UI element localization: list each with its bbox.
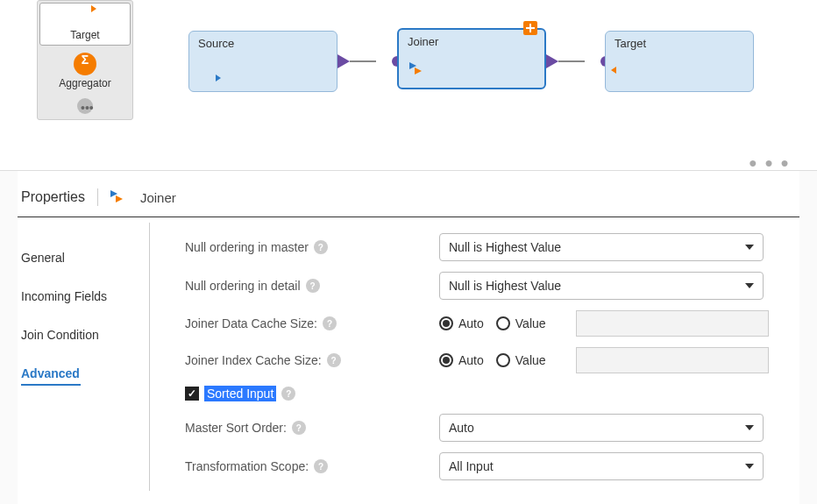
joiner-icon [409, 62, 427, 79]
connector-line [558, 60, 585, 62]
palette-item-label: Aggregator [41, 77, 129, 89]
select-value: All Input [449, 459, 494, 473]
node-label: Joiner [408, 35, 438, 48]
null-master-label: Null ordering in master [185, 240, 309, 254]
tab-incoming-fields[interactable]: Incoming Fields [21, 277, 149, 316]
node-label: Target [615, 37, 646, 50]
radio-checked-icon [439, 353, 453, 367]
target-icon [75, 9, 95, 27]
radio-label: Auto [458, 353, 484, 367]
properties-panel: Properties Joiner General Incoming Field… [18, 171, 799, 504]
properties-header: Properties Joiner [18, 188, 799, 217]
master-sort-label: Master Sort Order: [185, 421, 287, 435]
palette-more-icon[interactable]: ••• [77, 98, 93, 114]
tab-general[interactable]: General [21, 238, 149, 277]
data-cache-label: Joiner Data Cache Size: [185, 316, 317, 330]
component-palette: Target Σ Aggregator ••• [37, 0, 133, 120]
data-cache-value-input[interactable] [576, 310, 769, 337]
source-icon [200, 64, 219, 82]
sigma-icon: Σ [74, 53, 96, 75]
help-icon[interactable]: ? [292, 421, 306, 435]
header-divider [97, 188, 98, 206]
palette-item-label: Target [44, 29, 126, 41]
chevron-down-icon [745, 425, 754, 430]
index-cache-value-input[interactable] [576, 347, 769, 373]
chevron-down-icon [745, 464, 754, 469]
radio-label: Value [515, 353, 546, 367]
node-joiner[interactable]: Joiner [397, 28, 546, 89]
select-value: Auto [449, 421, 474, 435]
radio-label: Auto [458, 316, 484, 330]
panel-resize-handle[interactable]: ● ● ● [749, 155, 791, 171]
help-icon[interactable]: ? [314, 240, 328, 254]
select-value: Null is Highest Value [449, 279, 561, 293]
properties-heading: Properties [21, 189, 85, 205]
component-title: Joiner [140, 190, 176, 205]
index-cache-auto-radio[interactable]: Auto [439, 353, 484, 367]
help-icon[interactable]: ? [327, 353, 341, 367]
target-icon [616, 64, 636, 82]
index-cache-value-radio[interactable]: Value [496, 353, 546, 367]
radio-label: Value [515, 316, 546, 330]
null-master-select[interactable]: Null is Highest Value [439, 233, 764, 261]
null-detail-label: Null ordering in detail [185, 279, 301, 293]
index-cache-label: Joiner Index Cache Size: [185, 353, 322, 367]
connector-arrow [337, 54, 350, 68]
node-source[interactable]: Source [188, 31, 337, 92]
tab-advanced[interactable]: Advanced [21, 354, 149, 398]
data-cache-auto-radio[interactable]: Auto [439, 316, 484, 330]
add-badge-icon[interactable] [523, 21, 537, 35]
connector-arrow-hollow [585, 54, 597, 68]
connector-arrow-hollow [376, 54, 388, 68]
radio-unchecked-icon [496, 316, 510, 330]
node-label: Source [198, 37, 234, 50]
palette-item-aggregator[interactable]: Σ Aggregator [38, 47, 132, 93]
help-icon[interactable]: ? [323, 316, 337, 330]
radio-checked-icon [439, 316, 453, 330]
null-detail-select[interactable]: Null is Highest Value [439, 272, 764, 300]
advanced-form: Null ordering in master ? Null is Highes… [150, 223, 799, 491]
radio-unchecked-icon [496, 353, 510, 367]
chevron-down-icon [745, 245, 754, 250]
scope-label: Transformation Scope: [185, 459, 309, 473]
chevron-down-icon [745, 283, 754, 288]
palette-item-target[interactable]: Target [39, 3, 131, 46]
sorted-input-checkbox[interactable] [185, 387, 199, 401]
joiner-icon [110, 190, 128, 204]
master-sort-select[interactable]: Auto [439, 414, 764, 442]
sorted-input-label: Sorted Input [204, 386, 276, 401]
node-target[interactable]: Target [605, 31, 754, 92]
help-icon[interactable]: ? [281, 387, 295, 401]
properties-tabs: General Incoming Fields Join Condition A… [18, 223, 149, 491]
help-icon[interactable]: ? [314, 459, 328, 473]
tab-join-condition[interactable]: Join Condition [21, 316, 149, 354]
connector-arrow [546, 54, 558, 68]
canvas-area: Target Σ Aggregator ••• Source Joiner Ta… [0, 0, 817, 171]
data-cache-value-radio[interactable]: Value [496, 316, 546, 330]
connector-line [350, 60, 376, 62]
scope-select[interactable]: All Input [439, 452, 764, 480]
help-icon[interactable]: ? [306, 279, 320, 293]
select-value: Null is Highest Value [449, 240, 561, 254]
